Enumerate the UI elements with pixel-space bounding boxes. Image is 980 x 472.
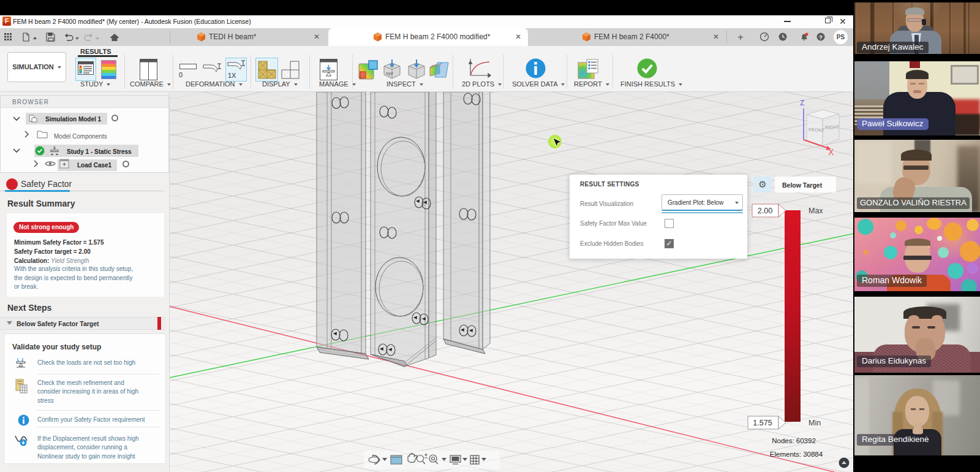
svg-text:1X: 1X [228,72,236,79]
svg-text:Max: Max [809,207,823,215]
svg-text:Z: Z [800,99,804,107]
svg-text:Nodes: 60392: Nodes: 60392 [772,437,816,444]
svg-text:?: ? [819,34,823,40]
svg-text:Min: Min [809,419,821,427]
svg-text:0: 0 [179,71,183,78]
svg-text:FRONT: FRONT [809,127,825,133]
svg-text:X: X [828,147,834,157]
svg-text:Elements: 30884: Elements: 30884 [770,451,823,458]
svg-text:xyz: xyz [386,70,393,76]
svg-text:2.00: 2.00 [758,207,772,215]
svg-text:F: F [5,18,9,25]
svg-text:1.575: 1.575 [753,419,772,427]
svg-text:RIGHT: RIGHT [825,124,840,131]
